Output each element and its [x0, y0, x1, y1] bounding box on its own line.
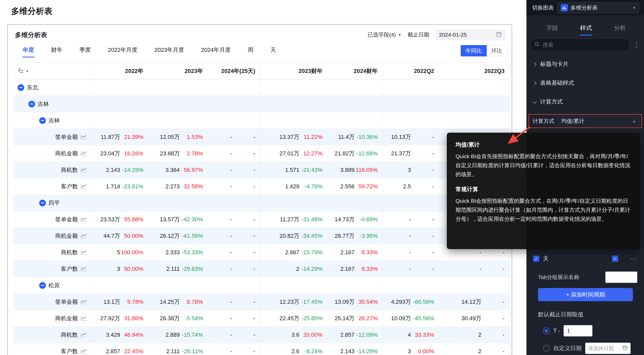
metric-label: 商机金额 — [55, 232, 78, 240]
tab-group-input[interactable] — [605, 272, 637, 283]
custom-date-input[interactable]: 请选择日期 — [585, 343, 631, 354]
cell-value: - — [230, 167, 232, 173]
line-chart-icon[interactable] — [80, 266, 87, 272]
selected-fields-dropdown[interactable]: 已选字段(4) ▼ — [367, 31, 401, 38]
cell-percent: - — [411, 167, 439, 173]
view-tab[interactable]: 季度 — [79, 44, 91, 57]
cell-value: 20.82万 — [279, 232, 299, 240]
line-chart-icon[interactable] — [80, 167, 87, 173]
tab-fields[interactable]: 字段 — [546, 24, 558, 36]
table-row: 四平 — [13, 195, 509, 211]
collapse-icon[interactable] — [39, 117, 46, 124]
yoy-button[interactable]: 年同比 — [461, 45, 487, 56]
cell-value: 2 — [478, 348, 481, 355]
data-cell: 3- — [383, 162, 439, 178]
custom-date-radio[interactable] — [543, 345, 550, 352]
view-tab[interactable]: 2023年月度 — [154, 44, 185, 57]
data-cell — [383, 112, 439, 129]
tree-cell: 客户数 — [13, 178, 90, 195]
data-cell: -- — [208, 310, 260, 326]
line-chart-icon[interactable] — [80, 134, 87, 140]
line-chart-icon[interactable] — [80, 151, 87, 156]
cell-value: 25.14万 — [335, 315, 354, 322]
collapse-icon[interactable] — [18, 84, 24, 91]
search-icon — [534, 41, 540, 48]
data-cell — [439, 96, 509, 112]
cell-percent: 26.27% — [354, 315, 382, 322]
data-cell: 44.7万50.00% — [90, 228, 148, 244]
view-tab[interactable]: 周 — [247, 44, 254, 57]
view-tab[interactable]: 2022年月度 — [107, 44, 138, 57]
cell-value: 11.4万 — [338, 133, 354, 141]
collapse-icon[interactable] — [39, 200, 46, 206]
day-checkbox[interactable]: ✓ — [533, 256, 539, 262]
pivot-table: ▾ 2022年2023年2024年(25天)2023财年2024财年2022Q2… — [13, 63, 509, 355]
group-cell: 吉林 — [13, 117, 90, 124]
line-chart-icon[interactable] — [80, 349, 87, 354]
line-chart-icon[interactable] — [80, 250, 87, 255]
cell-percent: 0.00% — [411, 348, 439, 355]
tree-cell: 东北 — [13, 79, 90, 96]
data-cell: 13.09万30.54% — [327, 294, 383, 310]
collapse-icon[interactable] — [39, 282, 46, 289]
search-placeholder: 搜索 — [543, 41, 554, 48]
group-label: 吉林 — [48, 117, 60, 124]
deadline-label: 截止日期 — [408, 31, 429, 38]
table-row: 签单金额11.87万21.39%12.05万1.53%--13.37万11.22… — [13, 129, 509, 145]
view-tab[interactable]: 2024年月度 — [201, 44, 231, 57]
add-period-button[interactable]: + 添加时间周期 — [538, 288, 633, 301]
view-tab[interactable]: 财年 — [51, 44, 63, 57]
data-cell: -- — [439, 261, 509, 277]
data-cell: -- — [208, 178, 260, 195]
tab-analysis[interactable]: 分析 — [614, 24, 626, 36]
data-cell: 25.14万26.27% — [327, 310, 383, 326]
deadline-date-input[interactable]: 2024-01-25 — [435, 29, 506, 40]
line-chart-icon[interactable] — [80, 217, 87, 222]
data-cell: 30.00% — [383, 343, 439, 355]
collapse-icon[interactable] — [28, 101, 35, 107]
line-chart-icon[interactable] — [80, 299, 87, 305]
section-table-style[interactable]: 表格基础样式 — [526, 73, 644, 92]
cell-value: - — [230, 299, 232, 305]
line-chart-icon[interactable] — [80, 332, 87, 338]
tabs-row: 年度财年季度2022年月度2023年月度2024年月度周天 年同比 环比 — [15, 43, 507, 58]
day-more-icon[interactable]: ⋯ — [630, 255, 637, 263]
day-compare-checkbox[interactable]: ✓ — [612, 256, 618, 262]
line-chart-icon[interactable] — [80, 316, 87, 321]
cell-value: 2.556 — [340, 183, 354, 190]
data-cell: 2-14.29% — [260, 261, 327, 277]
view-tab[interactable]: 年度 — [22, 44, 35, 57]
table-row: 商机数2.143-14.29%3.36456.97%--1.571-21.43%… — [13, 162, 509, 178]
data-cell — [148, 79, 208, 96]
cell-percent: - — [411, 216, 439, 223]
more-options-icon[interactable]: ⋮ — [633, 41, 640, 49]
t-minus-label: T - — [553, 327, 560, 334]
section-calc-mode[interactable]: 计算方式 — [526, 92, 644, 111]
group-cell: 吉林 — [13, 100, 90, 108]
cell-value: 14.73万 — [335, 216, 354, 223]
t-minus-input[interactable]: 1 — [564, 325, 592, 336]
calc-mode-select[interactable]: 均值/累计 ▲ — [558, 116, 639, 126]
section-title-card[interactable]: 标题与卡片 — [526, 55, 644, 73]
data-cell: 3.889116.05% — [327, 162, 383, 178]
chart-type-select[interactable]: 多维分析表 ▼ — [557, 2, 639, 13]
metric-cell: 客户数 — [13, 265, 90, 273]
data-cell — [260, 96, 327, 112]
line-chart-icon[interactable] — [80, 184, 87, 189]
cell-value: - — [230, 249, 232, 256]
view-tab[interactable]: 天 — [270, 44, 277, 57]
metric-label: 商机金额 — [55, 315, 78, 322]
custom-date-placeholder: 请选择日期 — [588, 345, 614, 352]
line-chart-icon[interactable] — [80, 233, 87, 239]
tab-style[interactable]: 样式 — [580, 24, 592, 36]
cell-percent: - — [232, 183, 260, 190]
tree-column-header[interactable]: ▾ — [13, 63, 90, 79]
data-cell — [90, 79, 148, 96]
mom-button[interactable]: 环比 — [487, 45, 507, 56]
period-day-row: ✓ 天 ✓ ⋯ — [526, 253, 644, 264]
cell-percent: 8.33% — [354, 249, 382, 256]
t-minus-radio[interactable] — [543, 327, 550, 334]
custom-date-label: 自定义日期 — [553, 344, 582, 352]
tree-cell: 商机数 — [13, 244, 90, 260]
search-input[interactable]: 搜索 — [531, 39, 629, 51]
